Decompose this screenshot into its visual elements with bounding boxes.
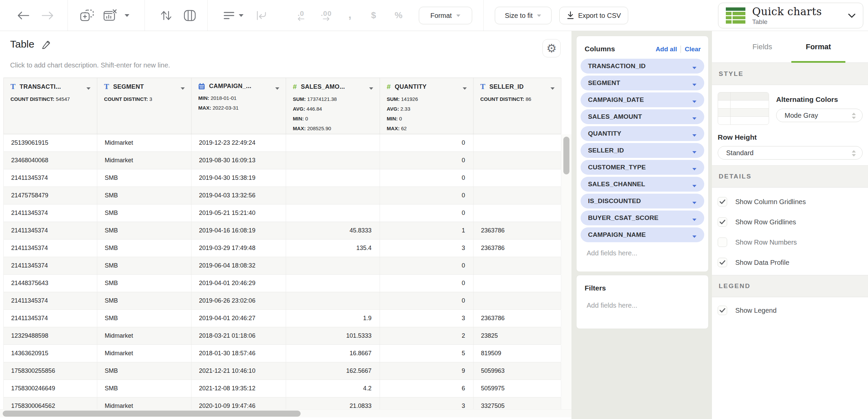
table-cell[interactable]	[474, 275, 561, 292]
table-cell[interactable]: 2021-12-21 10:46:10	[192, 362, 286, 380]
table-cell[interactable]: Midmarket	[97, 345, 192, 362]
table-cell[interactable]: 0	[380, 292, 474, 309]
table-cell[interactable]: SMB	[97, 310, 192, 327]
table-cell[interactable]: 2363786	[474, 310, 561, 327]
table-cell[interactable]: SMB	[97, 292, 192, 309]
column-menu-caret-icon[interactable]	[692, 66, 697, 69]
tab-fields[interactable]: Fields	[752, 43, 772, 51]
table-cell[interactable]: 21411345374	[4, 169, 97, 187]
back-arrow-icon[interactable]	[16, 0, 31, 31]
filters-add-fields-placeholder[interactable]: Add fields here...	[587, 302, 637, 309]
table-cell[interactable]: 1	[380, 222, 474, 239]
table-cell[interactable]: 5059963	[474, 362, 561, 380]
column-menu-caret-icon[interactable]	[692, 185, 697, 188]
table-cell[interactable]: 101.5333	[286, 327, 380, 344]
chart-title[interactable]: Table	[10, 38, 34, 50]
chart-description-placeholder[interactable]: Click to add chart description. Shift-en…	[10, 61, 170, 69]
column-pill-customer_type[interactable]: CUSTOMER_TYPE	[581, 160, 704, 175]
table-cell[interactable]: 2019-04-16 16:08:19	[192, 222, 286, 239]
table-cell[interactable]: SMB	[97, 222, 192, 239]
column-pill-transaction_id[interactable]: TRANSACTION_ID	[581, 59, 704, 74]
show-row-numbers-checkbox[interactable]	[718, 238, 727, 247]
column-pill-quantity[interactable]: QUANTITY	[581, 126, 704, 141]
table-cell[interactable]: 21411345374	[4, 310, 97, 327]
column-pill-campaign_date[interactable]: CAMPAIGN_DATE	[581, 92, 704, 107]
table-cell[interactable]: 2019-06-26 23:02:06	[192, 292, 286, 309]
table-cell[interactable]: Midmarket	[97, 152, 192, 169]
table-cell[interactable]: 5	[380, 345, 474, 362]
delete-chart-icon[interactable]	[102, 0, 120, 31]
add-all-link[interactable]: Add all	[656, 46, 677, 53]
chart-type-switcher[interactable]: Quick charts Table	[718, 3, 863, 28]
table-cell[interactable]: 21475758479	[4, 187, 97, 204]
table-cell[interactable]: 2019-04-03 13:32:56	[192, 187, 286, 204]
table-cell[interactable]: 9	[380, 362, 474, 380]
table-cell[interactable]: 16.8667	[286, 345, 380, 362]
column-menu-caret-icon[interactable]	[692, 134, 697, 137]
table-cell[interactable]: 3	[380, 310, 474, 327]
table-cell[interactable]: 45.8333	[286, 222, 380, 239]
table-cell[interactable]: 21411345374	[4, 257, 97, 274]
column-pill-sales_channel[interactable]: SALES_CHANNEL	[581, 177, 704, 192]
column-pill-is_discounted[interactable]: IS_DISCOUNTED	[581, 194, 704, 208]
sort-icon[interactable]	[157, 0, 175, 31]
horizontal-scrollbar[interactable]	[0, 409, 571, 417]
forward-arrow-icon[interactable]	[40, 0, 55, 31]
table-cell[interactable]: 2019-05-21 15:21:40	[192, 204, 286, 222]
chart-settings-button[interactable]: ⚙	[542, 39, 561, 57]
table-cell[interactable]: 5059975	[474, 380, 561, 397]
duplicate-chart-icon[interactable]	[78, 0, 96, 31]
table-cell[interactable]: 6	[380, 380, 474, 397]
row-height-select[interactable]: Standard	[718, 146, 863, 160]
align-icon[interactable]	[222, 0, 236, 31]
table-cell[interactable]	[286, 134, 380, 151]
table-cell[interactable]: 23468040068	[4, 152, 97, 169]
table-cell[interactable]: 1.9	[286, 310, 380, 327]
table-cell[interactable]: 819509	[474, 345, 561, 362]
table-cell[interactable]: 2363786	[474, 240, 561, 257]
alternating-colors-select[interactable]: Mode Gray	[776, 109, 863, 122]
column-header[interactable]: #QUANTITYSUM: 141926AVG: 2.33MIN: 0MAX: …	[380, 78, 474, 134]
column-menu-caret-icon[interactable]	[692, 100, 697, 103]
table-cell[interactable]	[474, 292, 561, 309]
column-header[interactable]: TTRANSACTI...COUNT DISTINCT: 54547	[4, 78, 97, 134]
horizontal-scrollbar-thumb[interactable]	[3, 411, 301, 417]
column-pill-buyer_csat_score[interactable]: BUYER_CSAT_SCORE	[581, 211, 704, 225]
table-cell[interactable]: 2019-08-30 16:09:13	[192, 152, 286, 169]
table-cell[interactable]: 2018-03-21 01:18:06	[192, 327, 286, 344]
table-cell[interactable]	[474, 204, 561, 222]
align-caret-icon[interactable]	[236, 0, 246, 31]
table-cell[interactable]: 2019-12-23 22:49:24	[192, 134, 286, 151]
column-menu-caret-icon[interactable]	[692, 83, 697, 86]
column-pill-sales_amount[interactable]: SALES_AMOUNT	[581, 109, 704, 124]
column-pill-seller_id[interactable]: SELLER_ID	[581, 143, 704, 158]
table-cell[interactable]: SMB	[97, 187, 192, 204]
format-dropdown-button[interactable]: Format	[419, 7, 472, 24]
table-cell[interactable]: 4.2	[286, 380, 380, 397]
table-cell[interactable]: 0	[380, 169, 474, 187]
column-pill-segment[interactable]: SEGMENT	[581, 76, 704, 90]
table-cell[interactable]	[286, 187, 380, 204]
table-cell[interactable]: 12329488598	[4, 327, 97, 344]
table-cell[interactable]: 0	[380, 187, 474, 204]
column-menu-caret-icon[interactable]	[180, 87, 185, 90]
column-header[interactable]: TSELLER_IDCOUNT DISTINCT: 86	[474, 78, 561, 134]
table-cell[interactable]: SMB	[97, 380, 192, 397]
column-menu-caret-icon[interactable]	[692, 218, 697, 221]
table-cell[interactable]: 2019-04-30 15:38:19	[192, 169, 286, 187]
table-cell[interactable]	[286, 275, 380, 292]
table-cell[interactable]: 1758300255856	[4, 362, 97, 380]
table-cell[interactable]: SMB	[97, 362, 192, 380]
columns-add-fields-placeholder[interactable]: Add fields here...	[587, 249, 637, 257]
table-cell[interactable]: SMB	[97, 169, 192, 187]
column-menu-caret-icon[interactable]	[86, 87, 91, 90]
table-cell[interactable]	[286, 152, 380, 169]
table-cell[interactable]: 3	[380, 240, 474, 257]
table-cell[interactable]: 162.5667	[286, 362, 380, 380]
column-header[interactable]: TSEGMENTCOUNT DISTINCT: 3	[97, 78, 192, 134]
table-cell[interactable]: 0	[380, 204, 474, 222]
show-data-profile-checkbox[interactable]	[718, 258, 727, 267]
table-cell[interactable]	[474, 134, 561, 151]
show-legend-checkbox[interactable]	[718, 306, 727, 315]
table-cell[interactable]: 2	[380, 327, 474, 344]
